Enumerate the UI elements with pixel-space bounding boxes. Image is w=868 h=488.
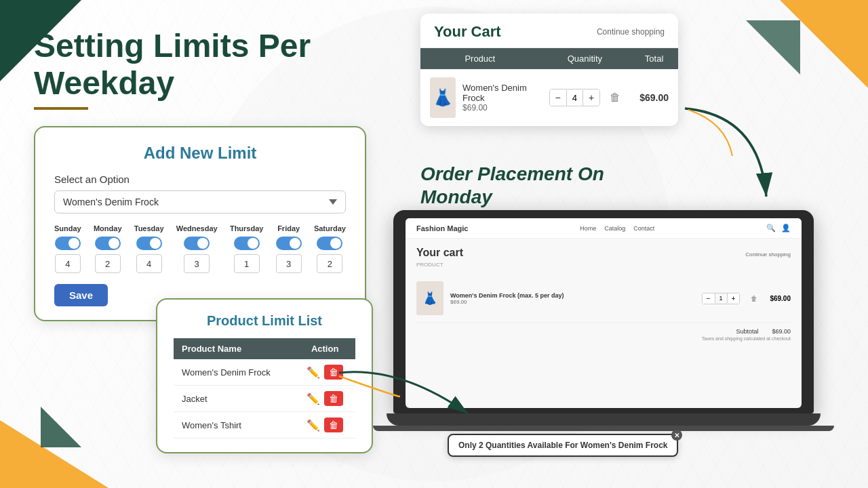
search-icon[interactable]: 🔍 <box>766 224 776 232</box>
toggle-wednesday[interactable] <box>184 237 210 250</box>
cart-product-name: Women's Denim Frock <box>462 83 530 103</box>
laptop-nav-links: Home Catalog Contact <box>580 225 654 232</box>
qty-increase-btn[interactable]: + <box>583 89 599 106</box>
product-list-title: Product Limit List <box>174 313 355 329</box>
days-row: Sunday Monday Tuesday Wednesday Thursday <box>54 224 346 273</box>
edit-button-1[interactable]: ✏️ <box>307 366 320 379</box>
continue-shopping-link[interactable]: Continue shopping <box>597 27 665 37</box>
title-underline <box>34 107 88 110</box>
qty-decrease-btn[interactable]: − <box>550 89 566 106</box>
subtotal-value: $69.00 <box>772 328 791 335</box>
cart-card: Your Cart Continue shopping Product Quan… <box>420 14 678 126</box>
laptop-continue[interactable]: Continue shopping <box>745 251 791 258</box>
subtotal-label: Subtotal <box>736 328 758 335</box>
laptop-product-name: Women's Denim Frock (max. 5 per day) <box>450 292 695 299</box>
product-select[interactable]: Women's Denim Frock Jacket Women's Tshir… <box>54 190 346 214</box>
qty-wednesday[interactable] <box>184 254 210 273</box>
tooltip-text: Only 2 Quantities Available For Women's … <box>458 441 667 450</box>
col-product-name: Product Name <box>174 338 294 359</box>
cart-header: Your Cart Continue shopping <box>420 14 678 48</box>
qty-tuesday[interactable] <box>136 254 162 273</box>
save-button[interactable]: Save <box>54 284 108 306</box>
cart-total: $69.00 <box>639 92 669 103</box>
day-label-friday: Friday <box>277 224 300 232</box>
qty-value: 4 <box>566 90 583 106</box>
toggle-saturday[interactable] <box>317 237 342 250</box>
laptop-cart-title: Your cart <box>416 247 463 259</box>
day-col-tuesday: Tuesday <box>134 224 164 273</box>
qty-saturday[interactable] <box>317 254 342 273</box>
laptop-cart-content: Your cart Continue shopping PRODUCT 👗 Wo… <box>406 239 802 349</box>
qty-monday[interactable] <box>95 254 121 273</box>
day-col-monday: Monday <box>94 224 122 273</box>
laptop-brand: Fashion Magic <box>416 224 468 232</box>
toggle-tuesday[interactable] <box>136 237 162 250</box>
day-col-thursday: Thursday <box>230 224 264 273</box>
day-label-monday: Monday <box>94 224 122 232</box>
laptop-nav-icons: 🔍 👤 <box>766 224 791 232</box>
nav-link-home[interactable]: Home <box>580 225 596 232</box>
tooltip-bubble: Only 2 Quantities Available For Women's … <box>448 434 678 457</box>
day-col-friday: Friday <box>276 224 302 273</box>
toggle-thursday[interactable] <box>234 237 260 250</box>
add-limit-title: Add New Limit <box>54 144 346 163</box>
day-label-saturday: Saturday <box>314 224 346 232</box>
laptop-trash-icon[interactable]: 🗑 <box>751 295 757 302</box>
laptop-price: $69.00 <box>770 295 791 302</box>
laptop-product-row: 👗 Women's Denim Frock (max. 5 per day) $… <box>416 274 791 323</box>
qty-thursday[interactable] <box>234 254 260 273</box>
product-list-table: Product Name Action Women's Denim Frock … <box>174 338 355 439</box>
cart-col-qty: Quanitity <box>540 48 631 69</box>
laptop-product-info: Women's Denim Frock (max. 5 per day) $69… <box>450 292 695 305</box>
tooltip-close-button[interactable]: ✕ <box>671 430 682 441</box>
laptop-product-price: $69.00 <box>450 299 695 305</box>
qty-control: − 4 + <box>549 89 601 106</box>
left-section: Setting Limits Per Weekday Add New Limit… <box>0 0 407 488</box>
arrow-list-to-laptop <box>332 359 481 427</box>
day-col-wednesday: Wednesday <box>176 224 218 273</box>
laptop-product-image: 👗 <box>416 281 443 315</box>
laptop-qty-decrease[interactable]: − <box>703 293 715 304</box>
select-label: Select an Option <box>54 174 346 185</box>
nav-link-contact[interactable]: Contact <box>633 225 654 232</box>
laptop-qty-control: − 1 + <box>702 293 741 304</box>
laptop-qty-val: 1 <box>715 293 728 303</box>
product-name-3: Women's Tshirt <box>174 412 294 439</box>
toggle-sunday[interactable] <box>55 237 81 250</box>
day-label-wednesday: Wednesday <box>176 224 218 232</box>
list-item: Jacket ✏️ 🗑 <box>174 386 355 412</box>
list-item: Women's Tshirt ✏️ 🗑 <box>174 412 355 439</box>
cart-icon[interactable]: 👤 <box>781 224 791 232</box>
product-name-2: Jacket <box>174 386 294 412</box>
toggle-friday[interactable] <box>276 237 302 250</box>
col-action: Action <box>294 338 355 359</box>
nav-link-catalog[interactable]: Catalog <box>604 225 625 232</box>
list-item: Women's Denim Frock ✏️ 🗑 <box>174 359 355 386</box>
day-col-saturday: Saturday <box>314 224 346 273</box>
cart-col-product: Product <box>420 48 540 69</box>
trash-icon[interactable]: 🗑 <box>610 92 620 104</box>
qty-friday[interactable] <box>276 254 302 273</box>
product-image: 👗 <box>430 77 456 118</box>
page-title: Setting Limits Per Weekday <box>34 27 387 102</box>
laptop-shipping: Taxes and shipping calculated at checkou… <box>416 336 791 341</box>
cart-title: Your Cart <box>434 23 501 41</box>
day-label-thursday: Thursday <box>230 224 264 232</box>
edit-button-3[interactable]: ✏️ <box>307 419 320 432</box>
laptop-subtotal-row: Subtotal $69.00 <box>416 323 791 336</box>
laptop-subtitle: PRODUCT <box>416 262 791 268</box>
toggle-monday[interactable] <box>95 237 121 250</box>
qty-sunday[interactable] <box>55 254 81 273</box>
product-name-1: Women's Denim Frock <box>174 359 294 386</box>
cart-table: Product Quanitity Total 👗 Women's Denim … <box>420 48 678 126</box>
edit-button-2[interactable]: ✏️ <box>307 392 320 405</box>
add-limit-card: Add New Limit Select an Option Women's D… <box>34 126 366 321</box>
cart-col-total: Total <box>630 48 678 69</box>
cart-item-row: 👗 Women's Denim Frock $69.00 − 4 <box>420 69 678 126</box>
day-label-sunday: Sunday <box>54 224 81 232</box>
day-label-tuesday: Tuesday <box>134 224 164 232</box>
cart-product-price: $69.00 <box>462 103 530 113</box>
laptop-nav: Fashion Magic Home Catalog Contact 🔍 👤 <box>406 218 802 239</box>
arrow-cart-to-laptop <box>671 102 780 210</box>
laptop-qty-increase[interactable]: + <box>728 293 740 304</box>
